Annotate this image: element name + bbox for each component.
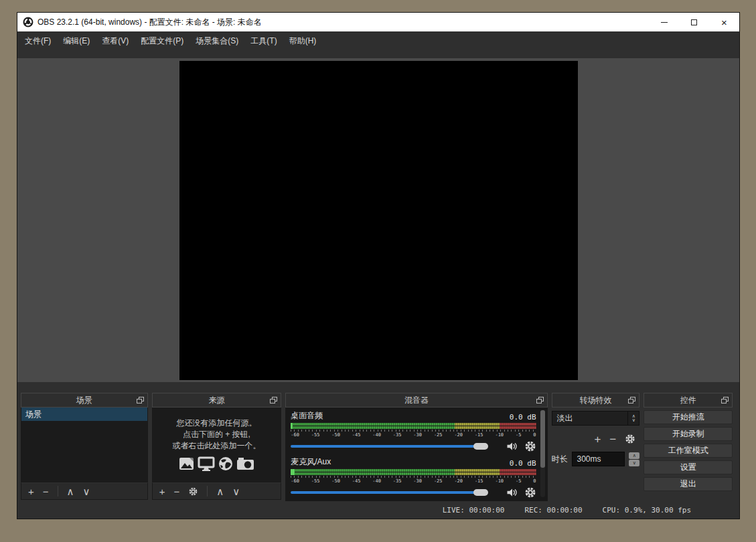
remove-source-button[interactable]: − (173, 486, 179, 496)
undock-icon[interactable] (721, 397, 729, 404)
move-source-down-button[interactable]: ∨ (232, 486, 240, 496)
image-source-icon (178, 456, 196, 472)
volume-slider-handle[interactable] (473, 443, 488, 450)
add-source-button[interactable]: + (159, 486, 165, 496)
tick-label: -45 (352, 478, 361, 484)
sources-toolbar: + − ∧ ∨ (152, 482, 282, 500)
scene-list-item[interactable]: 场景 (21, 408, 147, 421)
tick-label: -50 (331, 478, 340, 484)
sources-panel-header[interactable]: 来源 (152, 393, 282, 408)
undock-icon[interactable] (536, 397, 544, 404)
statusbar: LIVE: 00:00:00 REC: 00:00:00 CPU: 0.9%, … (17, 501, 739, 519)
transitions-panel-header[interactable]: 转场特效 (552, 393, 640, 408)
transition-properties-gear-icon[interactable] (625, 434, 635, 444)
tick-label: -50 (331, 432, 340, 438)
dock-area: 场景 场景 + − ∧ ∨ 来源 (17, 382, 739, 501)
speaker-mute-icon[interactable] (506, 486, 518, 499)
settings-button[interactable]: 设置 (644, 460, 733, 474)
exit-button[interactable]: 退出 (644, 477, 733, 491)
maximize-button[interactable] (679, 13, 709, 31)
channel-name: 桌面音频 (291, 410, 323, 422)
menu-profile[interactable]: 配置文件(P) (135, 31, 190, 50)
sources-empty-text: 您还没有添加任何源。 (176, 418, 256, 429)
mixer-panel-header[interactable]: 混音器 (285, 393, 547, 408)
central-area (17, 50, 739, 382)
channel-name: 麦克风/Aux (291, 456, 331, 468)
volume-meter (291, 423, 536, 429)
menu-view[interactable]: 查看(V) (96, 31, 135, 50)
channel-settings-gear-icon[interactable] (524, 440, 536, 452)
source-properties-gear-icon[interactable] (188, 486, 198, 496)
sources-empty-area[interactable]: 您还没有添加任何源。 点击下面的 + 按钮, 或者右击此处添加一个。 (152, 408, 282, 482)
move-scene-down-button[interactable]: ∨ (83, 486, 90, 496)
cpu-fps: CPU: 0.9%, 30.00 fps (603, 506, 691, 515)
menu-scene-collection[interactable]: 场景集合(S) (190, 31, 244, 50)
sources-panel-title: 来源 (208, 395, 224, 406)
menu-tools[interactable]: 工具(T) (244, 31, 283, 50)
meter-tickmarks (291, 476, 536, 478)
volume-slider[interactable] (291, 443, 500, 450)
undock-icon[interactable] (270, 397, 277, 404)
tick-label: -45 (352, 432, 361, 438)
start-streaming-button[interactable]: 开始推流 (644, 410, 733, 424)
toolbar-separator (58, 486, 58, 496)
tick-label: -35 (393, 432, 402, 438)
remove-transition-button[interactable]: − (609, 434, 616, 445)
preview-area[interactable] (17, 58, 739, 382)
chevron-down-icon: ∨ (633, 460, 636, 465)
titlebar[interactable]: OBS 23.2.1 (64-bit, windows) - 配置文件: 未命名… (17, 13, 739, 31)
close-button[interactable]: × (709, 13, 739, 31)
volume-slider[interactable] (291, 489, 500, 496)
scenes-toolbar: + − ∧ ∨ (21, 482, 148, 500)
volume-slider-fill (291, 491, 481, 494)
menu-help[interactable]: 帮助(H) (283, 31, 323, 50)
volume-meter (291, 469, 536, 475)
chevron-up-icon: ∧ (633, 453, 636, 458)
tick-label: -40 (372, 478, 381, 484)
minimize-button[interactable] (649, 13, 679, 31)
duration-input[interactable]: 300ms (572, 452, 625, 466)
obs-main-window: OBS 23.2.1 (64-bit, windows) - 配置文件: 未命名… (17, 12, 740, 519)
tick-label: 0 (533, 432, 536, 438)
speaker-mute-icon[interactable] (506, 440, 518, 452)
volume-slider-handle[interactable] (473, 489, 488, 496)
mixer-scrollbar-thumb[interactable] (540, 410, 545, 468)
menu-file[interactable]: 文件(F) (19, 31, 57, 50)
display-source-icon (198, 456, 215, 472)
move-scene-up-button[interactable]: ∧ (67, 486, 74, 496)
close-icon: × (721, 17, 727, 27)
obs-logo-icon (23, 17, 33, 27)
mixer-channel-desktop-audio: 桌面音频 0.0 dB -60 -55 -50 -45 -40 -35 (291, 411, 536, 452)
tick-label: -5 (516, 432, 521, 438)
scenes-panel-header[interactable]: 场景 (21, 393, 148, 408)
transition-select[interactable]: 淡出 ∧ ∨ (552, 411, 640, 426)
undock-icon[interactable] (628, 397, 635, 404)
remove-scene-button[interactable]: − (43, 486, 49, 496)
tick-label: -30 (413, 478, 422, 484)
undock-icon[interactable] (137, 397, 144, 404)
add-transition-button[interactable]: + (594, 434, 601, 445)
transitions-panel: 转场特效 淡出 ∧ ∨ + − (552, 393, 640, 501)
start-recording-button[interactable]: 开始录制 (644, 427, 733, 441)
controls-panel-header[interactable]: 控件 (644, 393, 733, 408)
preview-canvas[interactable] (179, 61, 578, 380)
channel-settings-gear-icon[interactable] (524, 486, 536, 499)
toolbar-separator (207, 486, 208, 496)
duration-increase-button[interactable]: ∧ (629, 452, 639, 459)
tick-label: -25 (434, 432, 443, 438)
menu-edit[interactable]: 编辑(E) (57, 31, 96, 50)
transition-select-arrows[interactable]: ∧ ∨ (627, 412, 639, 425)
globe-source-icon (217, 456, 234, 472)
studio-mode-button[interactable]: 工作室模式 (644, 444, 733, 458)
tick-label: -10 (495, 478, 504, 484)
duration-label: 时长 (552, 454, 568, 465)
tick-label: -60 (291, 478, 299, 484)
add-scene-button[interactable]: + (28, 486, 34, 496)
move-source-up-button[interactable]: ∧ (216, 486, 224, 496)
maximize-icon (691, 19, 697, 25)
mixer-scrollbar[interactable] (540, 410, 545, 497)
mixer-panel: 混音器 桌面音频 0.0 dB (285, 393, 547, 501)
duration-decrease-button[interactable]: ∨ (629, 460, 639, 466)
scene-list[interactable]: 场景 (21, 408, 148, 482)
tick-label: -60 (291, 432, 299, 438)
